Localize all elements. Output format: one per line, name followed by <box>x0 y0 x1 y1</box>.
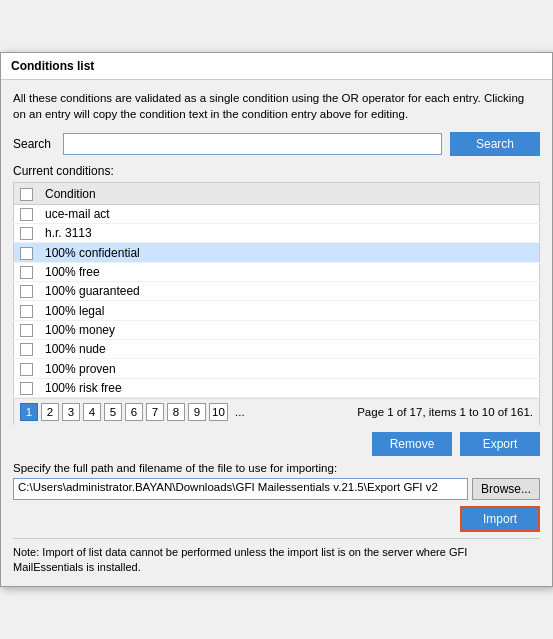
table-row[interactable]: 100% risk free <box>14 378 540 397</box>
row-checkbox-cell[interactable] <box>14 243 40 262</box>
import-section: Specify the full path and filename of th… <box>13 462 540 532</box>
row-checkbox-cell[interactable] <box>14 224 40 243</box>
table-row[interactable]: uce-mail act <box>14 204 540 223</box>
row-checkbox[interactable] <box>20 305 33 318</box>
table-row[interactable]: 100% proven <box>14 359 540 378</box>
row-checkbox-cell[interactable] <box>14 282 40 301</box>
description-text: All these conditions are validated as a … <box>13 90 540 122</box>
import-button[interactable]: Import <box>460 506 540 532</box>
row-checkbox-cell[interactable] <box>14 320 40 339</box>
browse-button[interactable]: Browse... <box>472 478 540 500</box>
row-checkbox[interactable] <box>20 343 33 356</box>
search-button[interactable]: Search <box>450 132 540 156</box>
export-button[interactable]: Export <box>460 432 540 456</box>
page-number-3[interactable]: 3 <box>62 403 80 421</box>
row-checkbox[interactable] <box>20 363 33 376</box>
row-checkbox-cell[interactable] <box>14 204 40 223</box>
page-number-1[interactable]: 1 <box>20 403 38 421</box>
row-checkbox[interactable] <box>20 285 33 298</box>
page-info: Page 1 of 17, items 1 to 10 of 161. <box>357 406 533 418</box>
search-row: Search Search <box>13 132 540 156</box>
page-ellipsis: ... <box>231 403 249 421</box>
row-checkbox-cell[interactable] <box>14 378 40 397</box>
page-number-5[interactable]: 5 <box>104 403 122 421</box>
page-number-4[interactable]: 4 <box>83 403 101 421</box>
row-checkbox[interactable] <box>20 227 33 240</box>
note-text: Note: Import of list data cannot be perf… <box>13 538 540 576</box>
row-checkbox[interactable] <box>20 382 33 395</box>
page-numbers: 12345678910... <box>20 403 249 421</box>
dialog-title: Conditions list <box>1 53 552 80</box>
row-condition: 100% proven <box>39 359 540 378</box>
header-checkbox-input[interactable] <box>20 188 33 201</box>
import-path-display: C:\Users\administrator.BAYAN\Downloads\G… <box>13 478 468 500</box>
row-checkbox-cell[interactable] <box>14 340 40 359</box>
import-label: Specify the full path and filename of th… <box>13 462 540 474</box>
import-row: C:\Users\administrator.BAYAN\Downloads\G… <box>13 478 540 500</box>
current-conditions-label: Current conditions: <box>13 164 540 178</box>
table-row[interactable]: 100% guaranteed <box>14 282 540 301</box>
page-number-6[interactable]: 6 <box>125 403 143 421</box>
row-condition: 100% risk free <box>39 378 540 397</box>
pagination-row: 12345678910...Page 1 of 17, items 1 to 1… <box>14 398 540 426</box>
table-row[interactable]: h.r. 3113 <box>14 224 540 243</box>
page-number-8[interactable]: 8 <box>167 403 185 421</box>
header-checkbox[interactable] <box>14 183 40 204</box>
table-row[interactable]: 100% nude <box>14 340 540 359</box>
row-condition: 100% nude <box>39 340 540 359</box>
row-checkbox-cell[interactable] <box>14 262 40 281</box>
table-row[interactable]: 100% legal <box>14 301 540 320</box>
row-checkbox[interactable] <box>20 324 33 337</box>
row-condition: 100% money <box>39 320 540 339</box>
search-label: Search <box>13 137 55 151</box>
action-buttons: Remove Export <box>13 432 540 456</box>
row-checkbox[interactable] <box>20 208 33 221</box>
table-row[interactable]: 100% free <box>14 262 540 281</box>
conditions-list-dialog: Conditions list All these conditions are… <box>0 52 553 587</box>
row-condition: 100% legal <box>39 301 540 320</box>
page-number-7[interactable]: 7 <box>146 403 164 421</box>
table-row[interactable]: 100% confidential <box>14 243 540 262</box>
row-condition: 100% confidential <box>39 243 540 262</box>
search-input[interactable] <box>63 133 442 155</box>
import-button-row: Import <box>13 506 540 532</box>
remove-button[interactable]: Remove <box>372 432 452 456</box>
row-checkbox[interactable] <box>20 247 33 260</box>
row-checkbox[interactable] <box>20 266 33 279</box>
row-checkbox-cell[interactable] <box>14 359 40 378</box>
page-number-2[interactable]: 2 <box>41 403 59 421</box>
row-checkbox-cell[interactable] <box>14 301 40 320</box>
header-condition: Condition <box>39 183 540 204</box>
row-condition: 100% guaranteed <box>39 282 540 301</box>
page-number-9[interactable]: 9 <box>188 403 206 421</box>
row-condition: h.r. 3113 <box>39 224 540 243</box>
table-row[interactable]: 100% money <box>14 320 540 339</box>
conditions-table: Condition uce-mail act h.r. 3113 100% co… <box>13 182 540 426</box>
page-number-10[interactable]: 10 <box>209 403 228 421</box>
row-condition: uce-mail act <box>39 204 540 223</box>
row-condition: 100% free <box>39 262 540 281</box>
